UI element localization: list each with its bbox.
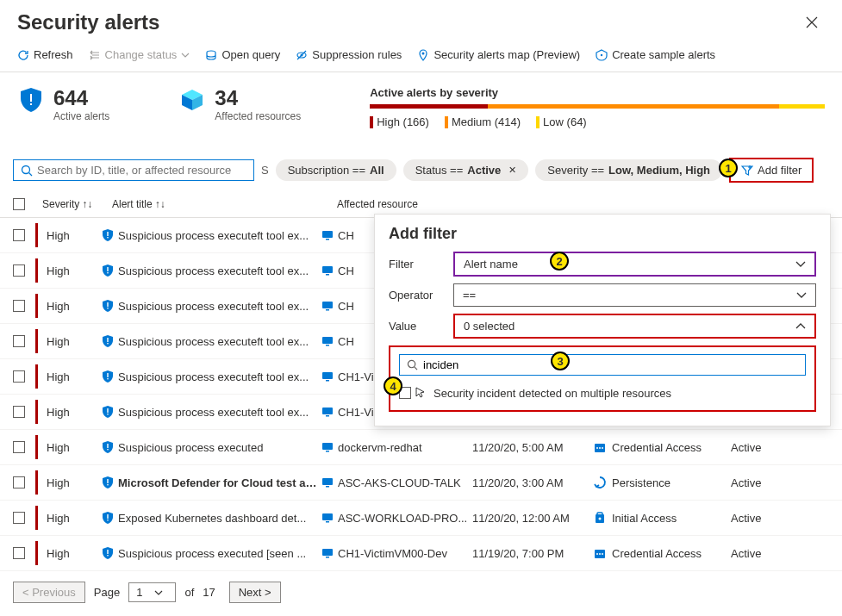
row-checkbox[interactable] [13,441,25,453]
prev-page-button[interactable]: < Previous [13,582,85,603]
sample-label: Create sample alerts [612,48,715,61]
page-select[interactable]: 1 [128,582,176,602]
alert-title: Suspicious process executeft tool ex... [118,300,309,313]
monitor-icon [321,265,334,276]
svg-rect-18 [107,308,108,308]
sample-icon [596,49,608,61]
row-checkbox[interactable] [13,300,25,312]
monitor-icon [321,230,334,240]
sort-icon: ↑↓ [155,198,165,210]
svg-rect-16 [326,274,329,276]
row-checkbox[interactable] [13,512,25,524]
value-dropdown[interactable]: 0 selected [453,314,816,339]
next-page-button[interactable]: Next > [229,582,281,603]
shield-icon [102,476,114,489]
row-checkbox[interactable] [13,547,25,559]
svg-rect-9 [107,232,108,236]
row-checkbox[interactable] [13,264,25,277]
suppression-button[interactable]: Suppression rules [296,48,402,61]
table-row[interactable]: High Suspicious process executed dockerv… [0,430,842,465]
filter-dropdown[interactable]: Alert name 2 [453,252,816,277]
active-alerts-stat: 644 Active alerts [17,86,109,122]
shield-icon [102,546,114,560]
status-value: Active [731,547,787,560]
svg-rect-13 [107,267,108,271]
monitor-icon [321,513,334,523]
svg-rect-56 [326,521,329,523]
resources-label: Affected resources [215,110,301,122]
row-checkbox[interactable] [13,476,25,488]
svg-rect-50 [107,484,108,485]
svg-line-69 [415,367,417,370]
svg-rect-17 [107,302,108,307]
svg-rect-61 [107,555,108,556]
severity-title: Active alerts by severity [370,86,825,99]
row-checkbox[interactable] [13,335,25,347]
change-status-label: Change status [105,48,178,61]
col-title[interactable]: Alert title ↑↓ [112,198,332,210]
close-button[interactable] [799,13,825,32]
value-field-label: Value [389,320,453,333]
row-checkbox[interactable] [13,229,25,241]
filter-severity[interactable]: Severity == Low, Medium, High 1 [535,159,722,181]
page-label: Page [94,586,120,599]
alert-title: Exposed Kubernetes dashboard det... [118,512,306,525]
svg-rect-12 [326,239,329,240]
alerts-map-label: Security alerts map (Preview) [433,48,580,61]
search-input[interactable] [37,164,246,177]
svg-point-65 [596,553,598,555]
suppression-label: Suppression rules [312,48,402,61]
popup-title: Add filter [389,225,816,243]
svg-rect-22 [107,343,108,344]
svg-rect-49 [107,479,108,483]
table-row[interactable]: High Exposed Kubernetes dashboard det...… [0,501,842,536]
filter-subscription[interactable]: Subscription == All [276,159,396,181]
alerts-map-button[interactable]: Security alerts map (Preview) [417,48,580,61]
add-filter-button[interactable]: Add filter [729,158,814,183]
svg-rect-55 [322,513,333,520]
value-option[interactable]: Security incident detected on multiple r… [399,383,806,403]
row-checkbox[interactable] [13,406,25,418]
col-severity[interactable]: Severity ↑↓ [42,198,107,210]
value-search-input[interactable] [423,358,798,371]
open-query-button[interactable]: Open query [205,48,280,61]
svg-rect-26 [107,378,108,379]
svg-point-59 [599,518,602,520]
resource-name: ASC-AKS-CLOUD-TALK [338,476,461,489]
monitor-icon [321,336,334,346]
severity-value: High [47,441,70,454]
clear-status-icon[interactable]: ✕ [508,165,516,176]
select-all-checkbox[interactable] [13,198,25,210]
operator-dropdown[interactable]: == [453,283,816,307]
tactic-name: Persistence [612,476,670,489]
table-row[interactable]: High Suspicious process executed [seen .… [0,536,842,571]
search-icon [21,165,33,177]
svg-rect-23 [322,337,333,344]
resource-name: dockervm-redhat [338,441,422,454]
pagination: < Previous Page 1 of 17 Next > [0,571,842,613]
svg-point-47 [599,447,601,449]
sample-alerts-button[interactable]: Create sample alerts [596,48,715,61]
resource-name: ASC-WORKLOAD-PRO... [338,512,467,525]
svg-rect-24 [326,345,329,346]
refresh-button[interactable]: Refresh [17,48,73,61]
alert-title: Suspicious process executed [seen ... [118,547,306,560]
filter-status[interactable]: Status == Active ✕ [403,159,529,181]
value-search-wrap[interactable]: 3 [399,354,806,376]
open-query-label: Open query [221,48,280,61]
alert-title: Suspicious process executeft tool ex... [118,229,309,242]
svg-rect-21 [107,338,108,342]
col-resource[interactable]: Affected resource [337,198,829,210]
annotation-badge-3: 3 [551,352,570,370]
shield-icon [102,370,114,383]
svg-rect-10 [107,237,108,238]
svg-point-68 [408,360,415,367]
search-input-wrap[interactable] [13,159,254,181]
tactic-icon [593,511,607,525]
svg-rect-43 [322,443,333,450]
row-checkbox[interactable] [13,370,25,383]
svg-point-46 [596,447,598,449]
resource-name: CH [338,335,354,348]
table-row[interactable]: High Microsoft Defender for Cloud test a… [0,465,842,501]
severity-legend: High (166) Medium (414) Low (64) [370,115,825,128]
